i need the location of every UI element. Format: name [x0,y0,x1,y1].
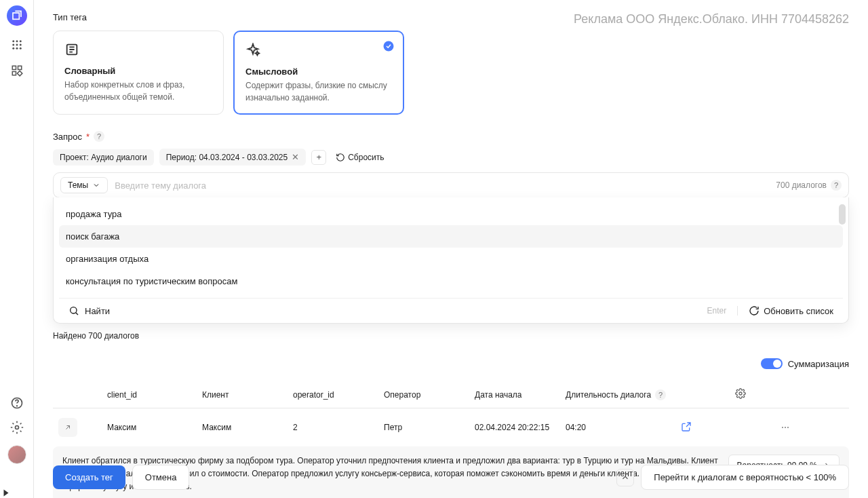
search-input[interactable] [115,180,769,191]
svg-point-19 [71,307,77,313]
sparkle-icon [245,43,392,60]
svg-point-7 [12,47,14,50]
svg-point-6 [19,44,21,46]
cell-client-id: Максим [94,423,202,432]
svg-rect-13 [17,71,22,75]
col-date: Дата начала [475,390,566,400]
create-tag-button[interactable]: Создать тег [53,465,125,489]
help-badge-icon[interactable]: ? [831,180,842,191]
svg-point-9 [19,47,21,50]
found-count: Найдено 700 диалогов [53,331,849,341]
row-menu-button[interactable]: ⋯ [762,423,789,432]
sidebar [0,0,34,498]
col-operator-id: operator_id [293,390,384,400]
request-label-text: Запрос [53,132,82,142]
card-title: Словарный [64,66,212,76]
cancel-button[interactable]: Отмена [132,465,190,490]
summary-switch[interactable] [761,358,783,369]
cell-date: 02.04.2024 20:22:15 [475,423,566,432]
table-row: Максим Максим 2 Петр 02.04.2024 20:22:15… [53,408,849,446]
help-badge-icon[interactable]: ? [94,131,104,142]
settings-icon[interactable] [10,421,24,434]
svg-point-20 [739,392,742,395]
help-badge-icon[interactable]: ? [655,389,666,400]
expand-row-button[interactable] [58,418,77,437]
cell-operator: Петр [384,423,475,432]
search-box: Темы 700 диалогов ? продажа тура поиск б… [53,172,849,198]
svg-point-8 [16,47,18,50]
svg-point-2 [16,40,18,42]
help-icon[interactable] [10,396,24,410]
suggestion-item[interactable]: консультация по туристическим вопросам [59,270,843,292]
collapse-triangle-icon[interactable] [4,490,9,497]
refresh-list-button[interactable]: Обновить список [749,305,833,316]
count-hint: 700 диалогов ? [776,180,842,191]
svg-rect-12 [12,72,16,75]
goto-dialogs-button[interactable]: Перейти к диалогам с вероятностью < 100% [641,465,849,490]
enter-hint: Enter [707,306,738,315]
cell-duration: 04:20 [566,423,681,432]
external-link-button[interactable] [681,421,735,434]
themes-dropdown-button[interactable]: Темы [60,177,108,193]
reset-icon [336,153,345,162]
card-title: Смысловой [245,66,392,77]
cell-client: Максим [202,423,293,432]
chevron-up-icon [620,473,630,482]
col-client-id: client_id [94,390,202,400]
avatar[interactable] [7,445,26,464]
add-filter-button[interactable]: + [311,150,326,165]
svg-point-16 [15,426,18,429]
suggestion-item[interactable]: организация отдыха [59,248,843,270]
summary-label: Суммаризация [788,359,849,369]
svg-rect-10 [12,66,16,69]
refresh-icon [749,305,760,316]
tag-type-dictionary[interactable]: Словарный Набор конкретных слов и фраз, … [53,31,224,115]
suggestions-dropdown: продажа тура поиск багажа организация от… [53,197,849,324]
col-operator: Оператор [384,390,475,400]
scrollbar-thumb[interactable] [839,204,846,225]
svg-rect-0 [13,13,19,19]
table-settings-button[interactable] [735,388,762,401]
external-link-icon [681,421,692,432]
svg-rect-11 [18,66,21,69]
svg-point-4 [12,44,14,46]
reset-button[interactable]: Сбросить [336,153,384,162]
chip-period[interactable]: Период: 04.03.2024 - 03.03.2025 ✕ [159,149,307,166]
arrow-expand-icon [64,423,72,432]
svg-point-3 [19,40,21,42]
close-icon[interactable]: ✕ [292,152,299,162]
tag-type-semantic[interactable]: Смысловой Содержит фразы, близкие по смы… [233,31,404,115]
widgets-icon[interactable] [10,64,24,77]
search-icon [68,305,79,316]
find-button[interactable]: Найти [68,305,110,316]
col-client: Клиент [202,390,293,400]
apps-grid-icon[interactable] [10,38,24,52]
scroll-up-button[interactable] [616,469,634,486]
logo-icon[interactable] [7,5,27,26]
cell-operator-id: 2 [293,423,384,432]
svg-point-5 [16,44,18,46]
suggestion-item[interactable]: поиск багажа [59,225,843,248]
gear-icon [735,388,746,399]
ad-text: Реклама ООО Яндекс.Облако. ИНН 770445826… [574,12,849,26]
svg-point-1 [12,40,14,42]
check-circle-icon [382,40,395,54]
dictionary-icon [64,42,212,59]
chevron-down-icon [92,181,100,189]
svg-point-18 [384,41,394,52]
chip-project[interactable]: Проект: Аудио диалоги [53,149,154,166]
request-label: Запрос* ? [53,131,849,142]
col-duration: Длительность диалога ? [566,389,681,400]
suggestion-item[interactable]: продажа тура [59,203,843,225]
svg-point-15 [16,406,17,406]
required-star: * [86,132,90,142]
card-desc: Содержит фразы, близкие по смыслу изнача… [245,79,392,104]
card-desc: Набор конкретных слов и фраз, объединенн… [64,79,212,103]
